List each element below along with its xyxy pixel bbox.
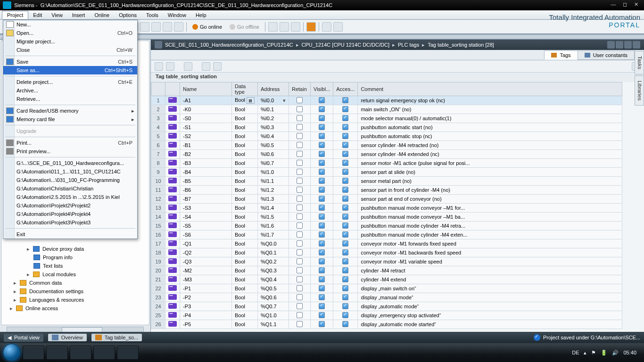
table-row[interactable]: 4-S1Bool%I0.3pushbutton automatic start … — [151, 123, 622, 132]
tool-upload-icon[interactable] — [151, 22, 161, 32]
table-row[interactable]: 24-P3Bool%Q0.7display „automatic mode“ — [151, 302, 622, 311]
retain-checkbox[interactable] — [297, 276, 303, 282]
cell-comment[interactable]: sensor part in front of cylinder -M4 (no… — [358, 186, 622, 195]
cell-access[interactable] — [333, 239, 358, 248]
visible-checkbox[interactable] — [319, 285, 325, 291]
portal-view-button[interactable]: ◀ Portal view — [4, 334, 43, 342]
cell-access[interactable] — [333, 302, 358, 311]
tool-stop-icon[interactable] — [306, 22, 316, 32]
cell-retain[interactable] — [289, 275, 311, 284]
cell-address[interactable]: %Q0.0 — [258, 239, 289, 248]
table-row[interactable]: 23-P2Bool%Q0.6display „manual mode“ — [151, 293, 622, 302]
cell-address[interactable]: %Q0.1 — [258, 248, 289, 257]
retain-checkbox[interactable] — [297, 196, 303, 202]
cell-name[interactable]: -B5 — [180, 177, 232, 186]
cell-retain[interactable] — [289, 204, 311, 213]
taskbar-explorer-icon[interactable] — [46, 346, 68, 360]
menuitem-migrate-project[interactable]: Migrate project... — [3, 37, 137, 46]
tag-table-wrap[interactable]: Name Data type Address Retain Visibl... … — [151, 82, 644, 333]
retain-checkbox[interactable] — [297, 169, 303, 175]
cell-datatype[interactable]: Bool — [232, 213, 258, 222]
cell-retain[interactable] — [289, 284, 311, 293]
editor-max-icon[interactable] — [624, 41, 632, 49]
cell-name[interactable]: -S1 — [180, 123, 232, 132]
cell-address[interactable]: %I1.0 — [258, 168, 289, 177]
cell-comment[interactable]: display „emergency stop activated“ — [358, 311, 622, 320]
cell-name[interactable]: -S6 — [180, 230, 232, 239]
cell-retain[interactable] — [289, 123, 311, 132]
retain-checkbox[interactable] — [297, 133, 303, 139]
cell-name[interactable]: -B2 — [180, 150, 232, 159]
cell-visible[interactable] — [311, 177, 333, 186]
cell-address[interactable]: %I1.4 — [258, 204, 289, 213]
expand-icon[interactable]: ▸ — [13, 297, 17, 303]
cell-access[interactable] — [333, 114, 358, 123]
menuitem-delete-project[interactable]: Delete project...Ctrl+E — [3, 78, 137, 86]
cell-access[interactable] — [333, 275, 358, 284]
retain-checkbox[interactable] — [297, 267, 303, 273]
cell-visible[interactable] — [311, 105, 333, 114]
menuitem-archive[interactable]: Archive... — [3, 86, 137, 95]
cell-visible[interactable] — [311, 96, 333, 105]
expand-icon[interactable]: ▸ — [13, 280, 17, 286]
cell-datatype[interactable]: Bool — [232, 159, 258, 168]
tree-languages-resources[interactable]: ▸Languages & resources — [1, 296, 149, 304]
cell-retain[interactable] — [289, 177, 311, 186]
cell-visible[interactable] — [311, 150, 333, 159]
table-row[interactable]: 7-B2Bool%I0.6sensor cylinder -M4 extende… — [151, 150, 622, 159]
cell-name[interactable]: -P2 — [180, 293, 232, 302]
cell-name[interactable]: -S0 — [180, 114, 232, 123]
retain-checkbox[interactable] — [297, 115, 303, 121]
menuitem-print[interactable]: Print...Ctrl+P — [3, 139, 137, 147]
cell-name[interactable]: -K0 — [180, 105, 232, 114]
menuitem-g-automation-projekt3-projekt3[interactable]: G:\Automation\Projekt3\Projekt3 — [3, 218, 137, 227]
cell-name[interactable]: -M2 — [180, 266, 232, 275]
menuitem-save[interactable]: SaveCtrl+S — [3, 58, 137, 66]
visible-checkbox[interactable] — [319, 178, 325, 184]
tray-battery-icon[interactable]: 🔋 — [601, 350, 607, 356]
cell-access[interactable] — [333, 204, 358, 213]
cell-comment[interactable]: pushbutton manual mode cylinder -M4 retr… — [358, 222, 622, 230]
cell-address[interactable]: %Q0.7 — [258, 302, 289, 311]
cell-comment[interactable]: conveyor motor -M1 backwards fixed speed — [358, 248, 622, 257]
cell-comment[interactable]: display „manual mode“ — [358, 293, 622, 302]
table-row[interactable]: 9-B4Bool%I1.0sensor part at slide (no) — [151, 168, 622, 177]
table-row[interactable]: 19-Q3Bool%Q0.2conveyor motor -M1 variabl… — [151, 257, 622, 266]
cell-name[interactable]: -S4 — [180, 213, 232, 222]
cell-retain[interactable] — [289, 239, 311, 248]
access-checkbox[interactable] — [342, 303, 348, 309]
cell-retain[interactable] — [289, 222, 311, 230]
tray-up-icon[interactable]: ▴ — [584, 350, 586, 356]
etool-import-icon[interactable] — [213, 62, 222, 71]
retain-checkbox[interactable] — [297, 312, 303, 318]
visible-checkbox[interactable] — [319, 249, 325, 255]
retain-checkbox[interactable] — [297, 124, 303, 130]
tray-clock[interactable]: 05:40 — [623, 350, 636, 355]
cell-address[interactable]: %I1.1 — [258, 177, 289, 186]
cell-datatype[interactable]: Bool — [232, 222, 258, 230]
cell-access[interactable] — [333, 248, 358, 257]
cell-retain[interactable] — [289, 150, 311, 159]
table-row[interactable]: 5-S2Bool%I0.4pushbutton automatic stop (… — [151, 132, 622, 141]
table-row[interactable]: 26-P5Bool%Q1.1display „automatic mode st… — [151, 320, 622, 329]
cell-address[interactable]: %I0.6 — [258, 150, 289, 159]
cell-datatype[interactable]: Bool 🗉 — [232, 96, 258, 105]
cell-name[interactable]: -P1 — [180, 284, 232, 293]
cell-address[interactable]: %Q1.1 — [258, 320, 289, 329]
cell-datatype[interactable]: Bool — [232, 320, 258, 329]
visible-checkbox[interactable] — [319, 124, 325, 130]
cell-address[interactable]: %Q0.4 — [258, 275, 289, 284]
access-checkbox[interactable] — [342, 151, 348, 157]
menuitem-new[interactable]: New... — [3, 20, 137, 29]
cell-address[interactable]: %I0.2 — [258, 114, 289, 123]
table-row[interactable]: 20-M2Bool%Q0.3cylinder -M4 retract — [151, 266, 622, 275]
retain-checkbox[interactable] — [297, 214, 303, 220]
table-row[interactable]: 17-Q1Bool%Q0.0conveyor motor -M1 forward… — [151, 239, 622, 248]
editor-float-icon[interactable] — [616, 41, 623, 49]
menu-tools[interactable]: Tools — [141, 11, 163, 19]
cell-name[interactable]: -B6 — [180, 186, 232, 195]
cell-comment[interactable]: sensor cylinder -M4 retracted (no) — [358, 141, 622, 150]
cell-access[interactable] — [333, 168, 358, 177]
table-row[interactable]: 14-S4Bool%I1.5pushbutton manual mode con… — [151, 213, 622, 222]
cell-address[interactable]: %I1.7 — [258, 230, 289, 239]
